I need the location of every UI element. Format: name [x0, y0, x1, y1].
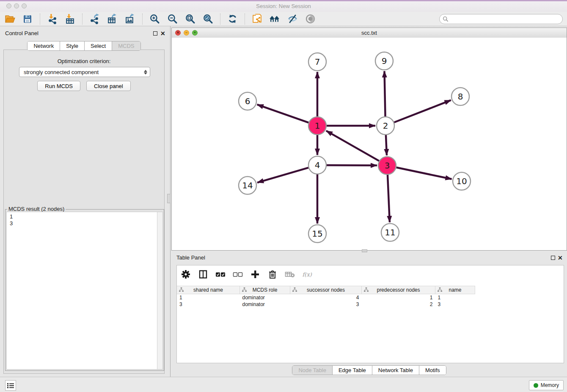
graph-edge-3-1[interactable]: [326, 131, 379, 161]
table-cell[interactable]: dominator: [240, 294, 290, 301]
column-header-shared-name[interactable]: shared name: [177, 286, 240, 294]
optimization-criterion-value: strongly connected component: [24, 69, 99, 75]
graph-node-4[interactable]: 4: [308, 156, 326, 174]
column-header-successor-nodes[interactable]: successor nodes: [290, 286, 362, 294]
svg-text:8: 8: [458, 91, 463, 102]
graph-node-15[interactable]: 15: [308, 225, 326, 243]
graph-edge-3-11[interactable]: [388, 175, 390, 222]
table-cell[interactable]: 1: [435, 294, 475, 301]
zoom-in-icon[interactable]: [149, 14, 160, 25]
column-header-predecessor-nodes[interactable]: predecessor nodes: [362, 286, 435, 294]
graph-node-8[interactable]: 8: [451, 88, 469, 105]
mcds-result-scrollbar[interactable]: [157, 212, 162, 369]
add-column-icon[interactable]: [250, 269, 261, 280]
split-divider-handle[interactable]: [167, 194, 171, 203]
export-network-icon[interactable]: [89, 14, 100, 25]
tab-mcds[interactable]: MCDS: [112, 41, 140, 50]
task-history-button[interactable]: [5, 380, 16, 391]
open-session-icon[interactable]: [4, 14, 15, 25]
network-canvas[interactable]: 7968124314101511: [172, 38, 567, 250]
search-input[interactable]: [450, 16, 562, 22]
graph-edge-2-8[interactable]: [394, 100, 451, 122]
tab-network[interactable]: Network: [28, 41, 60, 50]
search-field[interactable]: [439, 14, 563, 24]
tab-network-table[interactable]: Network Table: [372, 366, 419, 375]
svg-text:9: 9: [382, 56, 387, 66]
table-cell[interactable]: 2: [362, 301, 435, 308]
table-cell[interactable]: 1: [177, 294, 240, 301]
deselect-all-checkboxes-icon[interactable]: [232, 269, 243, 280]
table-cell[interactable]: 3: [177, 301, 240, 308]
close-panel-button[interactable]: Close panel: [86, 81, 131, 91]
graph-node-3[interactable]: 3: [378, 157, 396, 174]
function-builder-icon[interactable]: f(x): [302, 269, 313, 280]
import-network-icon[interactable]: [47, 14, 58, 25]
export-table-icon[interactable]: [107, 14, 118, 25]
app-title-bar: Session: New Session: [0, 0, 567, 12]
run-mcds-button[interactable]: Run MCDS: [37, 81, 80, 91]
apply-layout-icon[interactable]: [227, 14, 238, 25]
svg-text:15: 15: [312, 229, 322, 239]
svg-text:10: 10: [456, 176, 467, 186]
show-panels-icon[interactable]: [305, 14, 316, 25]
graph-edge-1-6[interactable]: [257, 105, 309, 123]
table-row[interactable]: 3dominator323: [177, 301, 475, 308]
show-column-icon[interactable]: [198, 269, 209, 280]
select-all-checkboxes-icon[interactable]: [215, 269, 226, 280]
graph-node-11[interactable]: 11: [381, 224, 399, 241]
graph-edge-2-9[interactable]: [384, 71, 385, 116]
save-session-icon[interactable]: [22, 14, 33, 25]
graph-edge-4-14[interactable]: [257, 168, 308, 182]
table-row[interactable]: 1dominator411: [177, 294, 475, 301]
zoom-fit-icon[interactable]: [184, 14, 195, 25]
import-table-icon[interactable]: [64, 14, 75, 25]
control-panel-float-icon[interactable]: [153, 31, 157, 36]
tab-motifs[interactable]: Motifs: [419, 366, 446, 375]
split-divider-handle-horizontal[interactable]: [362, 249, 367, 252]
graph-node-10[interactable]: 10: [453, 172, 471, 190]
mcds-result-text[interactable]: 1 3: [7, 212, 157, 369]
graph-edge-2-3[interactable]: [386, 135, 387, 155]
table-cell[interactable]: 4: [290, 294, 362, 301]
table-settings-icon[interactable]: [180, 269, 191, 280]
table-panel-float-icon[interactable]: [551, 256, 555, 260]
graph-edge-3-10[interactable]: [396, 168, 452, 179]
window-title: Session: New Session: [0, 3, 567, 9]
zoom-selected-icon[interactable]: [202, 14, 213, 25]
graph-node-1[interactable]: 1: [308, 117, 326, 135]
dropdown-stepper-icon: [144, 70, 147, 75]
table-cell[interactable]: 3: [290, 301, 362, 308]
memory-button[interactable]: Memory: [529, 380, 564, 390]
column-header-mcds-role[interactable]: MCDS role: [240, 286, 290, 294]
toolbar-separator: [142, 14, 143, 25]
zoom-out-icon[interactable]: [167, 14, 178, 25]
column-header-name[interactable]: name: [435, 286, 475, 294]
delete-table-icon[interactable]: [284, 269, 295, 280]
network-window-titlebar[interactable]: ✕ − + scc.txt: [172, 28, 567, 38]
svg-text:11: 11: [385, 227, 395, 237]
graph-node-9[interactable]: 9: [375, 52, 393, 70]
control-panel-close-icon[interactable]: ✕: [160, 31, 165, 36]
export-image-icon[interactable]: [124, 14, 135, 25]
graph-node-7[interactable]: 7: [308, 53, 326, 71]
network-window-title: scc.txt: [172, 30, 567, 36]
graph-node-6[interactable]: 6: [239, 92, 256, 110]
table-cell[interactable]: 1: [362, 294, 435, 301]
graph-edge-4-3[interactable]: [327, 165, 377, 166]
tab-select[interactable]: Select: [85, 41, 112, 50]
clone-network-icon[interactable]: [251, 14, 262, 25]
tab-style[interactable]: Style: [60, 41, 85, 50]
status-bar: Memory: [0, 377, 567, 392]
graph-node-2[interactable]: 2: [377, 117, 394, 135]
delete-column-icon[interactable]: [267, 269, 278, 280]
table-cell[interactable]: dominator: [240, 301, 290, 308]
graph-node-14[interactable]: 14: [239, 177, 256, 194]
tab-node-table[interactable]: Node Table: [292, 366, 333, 375]
optimization-criterion-select[interactable]: strongly connected component: [19, 67, 150, 77]
hide-panels-icon[interactable]: [287, 14, 298, 25]
svg-text:7: 7: [315, 57, 320, 67]
tab-edge-table[interactable]: Edge Table: [333, 366, 372, 375]
home-icon[interactable]: [269, 14, 280, 25]
table-panel-close-icon[interactable]: ✕: [558, 256, 563, 260]
table-cell[interactable]: 3: [435, 301, 475, 308]
